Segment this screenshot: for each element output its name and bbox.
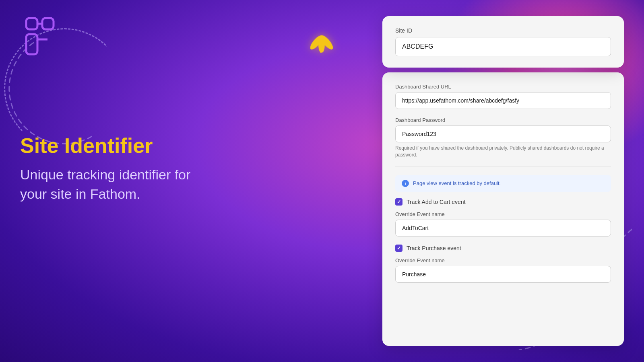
page-subtext: Unique tracking identifier for your site… [20, 165, 262, 204]
add-to-cart-checkbox-label: Track Add to Cart event [407, 199, 466, 205]
purchase-checkbox-row[interactable]: ✓ Track Purchase event [395, 245, 611, 252]
dashboard-url-group: Dashboard Shared URL [395, 84, 611, 109]
add-to-cart-override-group: Override Event name [395, 211, 611, 237]
add-to-cart-checkbox-row[interactable]: ✓ Track Add to Cart event [395, 198, 611, 206]
left-panel: Site Identifier Unique tracking identifi… [20, 12, 262, 204]
site-id-card: Site ID [382, 16, 624, 68]
dashboard-password-label: Dashboard Password [395, 117, 611, 123]
purchase-checkbox-label: Track Purchase event [407, 245, 461, 251]
svg-rect-7 [26, 34, 37, 54]
dashboard-url-input[interactable] [395, 92, 611, 109]
add-to-cart-override-label: Override Event name [395, 211, 611, 217]
fathom-logo [20, 12, 68, 60]
right-panel: Site ID Dashboard Shared URL Dashboard P… [382, 16, 624, 346]
divider-1 [395, 167, 611, 167]
purchase-override-label: Override Event name [395, 257, 611, 263]
site-id-label: Site ID [395, 27, 611, 34]
dashboard-password-input[interactable] [395, 125, 611, 142]
add-to-cart-checkbox[interactable]: ✓ [395, 198, 402, 206]
yellow-burst-decoration [303, 18, 341, 60]
add-to-cart-check-icon: ✓ [397, 199, 401, 205]
page-headline: Site Identifier [20, 134, 262, 157]
info-icon: i [402, 180, 409, 187]
svg-rect-4 [26, 18, 37, 29]
purchase-override-input[interactable] [395, 266, 611, 283]
dashboard-password-group: Dashboard Password Required if you have … [395, 117, 611, 158]
info-banner: i Page view event is tracked by default. [395, 175, 611, 192]
svg-rect-5 [42, 18, 54, 29]
site-id-input[interactable] [395, 37, 611, 56]
purchase-checkbox[interactable]: ✓ [395, 245, 402, 252]
add-to-cart-override-input[interactable] [395, 220, 611, 237]
dashboard-password-hint: Required if you have shared the dashboar… [395, 145, 611, 158]
purchase-override-group: Override Event name [395, 257, 611, 283]
info-banner-text: Page view event is tracked by default. [413, 180, 501, 186]
settings-card: Dashboard Shared URL Dashboard Password … [382, 72, 624, 346]
purchase-check-icon: ✓ [397, 245, 401, 251]
dashboard-url-label: Dashboard Shared URL [395, 84, 611, 90]
